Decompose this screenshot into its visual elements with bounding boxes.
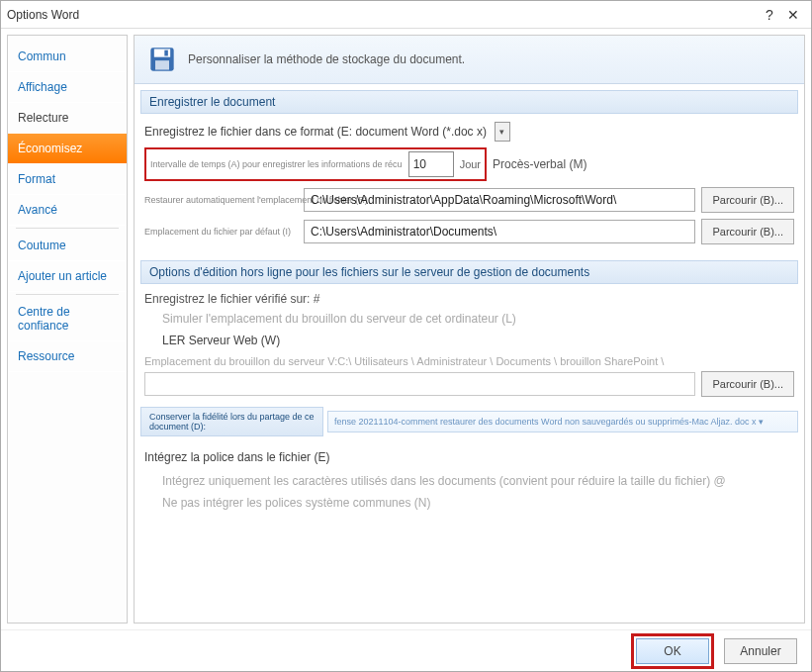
embed-font-checkbox[interactable]: Intégrez la police dans le fichier (E) [144, 450, 794, 464]
autosave-highlight: Intervalle de temps (A) pour enregistrer… [144, 147, 487, 181]
default-label: Emplacement du fichier par défaut (I) [144, 227, 298, 237]
titlebar: Options Word ? ✕ [1, 1, 811, 29]
options-dialog: Options Word ? ✕ Commun Affichage Relect… [0, 0, 812, 672]
draft-location-label: Emplacement du brouillon du serveur V:C:… [144, 355, 664, 367]
sidebar-item-ressource[interactable]: Ressource [8, 341, 127, 372]
browse-default-button[interactable]: Parcourir (B)... [701, 219, 794, 244]
no-system-fonts[interactable]: Ne pas intégrer les polices système comm… [162, 496, 794, 510]
sidebar-item-avance[interactable]: Avancé [8, 195, 127, 226]
ok-button[interactable]: OK [636, 638, 709, 664]
fidelity-document-select[interactable]: fense 20211104-comment restaurer des doc… [327, 411, 798, 432]
format-label: Enregistrez le fichier dans ce format (E… [144, 125, 487, 139]
sidebar-item-coutume[interactable]: Coutume [8, 231, 127, 261]
banner: Personnaliser la méthode de stockage du … [135, 36, 804, 84]
banner-text: Personnaliser la méthode de stockage du … [188, 52, 465, 66]
browse-draft-button[interactable]: Parcourir (B)... [701, 371, 794, 397]
window-title: Options Word [7, 8, 758, 22]
interval-input[interactable]: 10 [408, 151, 454, 177]
sidebar-item-format[interactable]: Format [8, 164, 127, 195]
content-pane: Personnaliser la méthode de stockage du … [134, 35, 805, 624]
embed-only-used[interactable]: Intégrez uniquement les caractères utili… [162, 474, 794, 488]
sidebar-item-commun[interactable]: Commun [8, 42, 127, 72]
sidebar-item-affichage[interactable]: Affichage [8, 72, 127, 103]
minutes-label: Procès-verbal (M) [493, 157, 586, 171]
restore-label: Restaurer automatiquement l'emplacement … [144, 195, 298, 205]
close-button[interactable]: ✕ [781, 5, 805, 25]
fidelity-label: Conserver la fidélité lors du partage de… [140, 407, 323, 436]
checked-file-label: Enregistrez le fichier vérifié sur: # [144, 292, 794, 306]
help-button[interactable]: ? [758, 5, 781, 25]
sidebar-item-ajouter[interactable]: Ajouter un article [8, 261, 127, 292]
svg-rect-2 [155, 60, 169, 69]
section-save-title: Enregistrer le document [140, 90, 798, 114]
browse-restore-button[interactable]: Parcourir (B)... [701, 187, 794, 213]
restore-path-input[interactable]: C:\Users\Administrator\AppData\Roaming\M… [304, 188, 695, 212]
cancel-button[interactable]: Annuler [724, 638, 797, 664]
interval-unit: Jour [460, 158, 481, 170]
mirror-option[interactable]: Simuler l'emplacement du brouillon du se… [162, 312, 794, 326]
svg-rect-3 [164, 50, 168, 56]
sidebar: Commun Affichage Relecture Économisez Fo… [7, 35, 128, 624]
section-offline-title: Options d'édition hors ligne pour les fi… [140, 260, 798, 284]
sidebar-item-centre-confiance[interactable]: Centre de confiance [8, 297, 127, 341]
draft-path-input[interactable] [144, 372, 695, 396]
sidebar-item-economisez[interactable]: Économisez [8, 134, 127, 164]
format-dropdown-arrow[interactable]: ▾ [495, 122, 510, 142]
webserver-option[interactable]: LER Serveur Web (W) [162, 334, 794, 347]
footer: OK Annuler [1, 629, 811, 671]
ok-highlight: OK [631, 633, 714, 669]
save-icon [148, 46, 176, 73]
interval-label: Intervalle de temps (A) pour enregistrer… [150, 159, 403, 169]
sidebar-item-relecture[interactable]: Relecture [8, 103, 127, 134]
default-path-input[interactable]: C:\Users\Administrator\Documents\ [304, 220, 695, 243]
